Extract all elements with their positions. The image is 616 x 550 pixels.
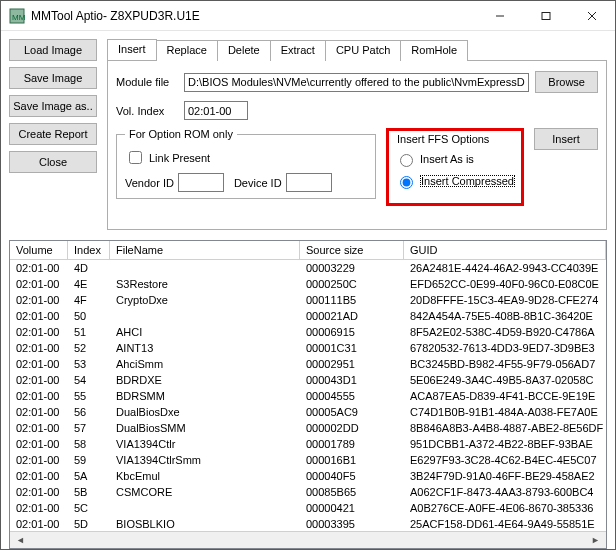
cell-filename: BDRDXE xyxy=(110,372,300,388)
cell-index: 51 xyxy=(68,324,110,340)
create-report-button[interactable]: Create Report xyxy=(9,123,97,145)
cell-volume: 02:01-00 xyxy=(10,452,68,468)
col-guid[interactable]: GUID xyxy=(404,241,606,259)
scroll-left-arrow[interactable]: ◄ xyxy=(12,535,29,545)
cell-guid: 8B846A8B3-A4B8-4887-ABE2-8E56DF xyxy=(404,420,606,436)
table-row[interactable]: 02:01-004ES3Restore0000250CEFD652CC-0E99… xyxy=(10,276,606,292)
table-row[interactable]: 02:01-0055BDRSMM00004555ACA87EA5-D839-4F… xyxy=(10,388,606,404)
load-image-button[interactable]: Load Image xyxy=(9,39,97,61)
table-row[interactable]: 02:01-0057DualBiosSMM000002DD8B846A8B3-A… xyxy=(10,420,606,436)
table-row[interactable]: 02:01-0059VIA1394CtlrSmm000016B1E6297F93… xyxy=(10,452,606,468)
cell-guid: BC3245BD-B982-4F55-9F79-056AD7 xyxy=(404,356,606,372)
col-filename[interactable]: FileName xyxy=(110,241,300,259)
cell-guid: E6297F93-3C28-4C62-B4EC-4E5C07 xyxy=(404,452,606,468)
scroll-right-arrow[interactable]: ► xyxy=(587,535,604,545)
cell-volume: 02:01-00 xyxy=(10,468,68,484)
tab-delete[interactable]: Delete xyxy=(218,40,271,61)
close-window-button[interactable] xyxy=(569,1,615,31)
cell-volume: 02:01-00 xyxy=(10,404,68,420)
horizontal-scrollbar[interactable]: ◄ ► xyxy=(10,531,606,548)
cell-volume: 02:01-00 xyxy=(10,260,68,276)
cell-guid: ACA87EA5-D839-4F41-BCCE-9E19E xyxy=(404,388,606,404)
cell-index: 53 xyxy=(68,356,110,372)
table-row[interactable]: 02:01-0053AhciSmm00002951BC3245BD-B982-4… xyxy=(10,356,606,372)
cell-filename: CSMCORE xyxy=(110,484,300,500)
cell-filename: BIOSBLKIO xyxy=(110,516,300,531)
cell-filename xyxy=(110,308,300,324)
cell-source-size: 000111B5 xyxy=(300,292,404,308)
window-title: MMTool Aptio- Z8XPUD3R.U1E xyxy=(31,9,200,23)
option-rom-group: For Option ROM only Link Present Vendor … xyxy=(116,128,376,199)
cell-filename: VIA1394CtlrSmm xyxy=(110,452,300,468)
table-row[interactable]: 02:01-004FCryptoDxe000111B520D8FFFE-15C3… xyxy=(10,292,606,308)
cell-source-size: 00001C31 xyxy=(300,340,404,356)
tab-replace[interactable]: Replace xyxy=(157,40,218,61)
cell-filename: CryptoDxe xyxy=(110,292,300,308)
cell-source-size: 00003229 xyxy=(300,260,404,276)
cell-guid: 20D8FFFE-15C3-4EA9-9D28-CFE274 xyxy=(404,292,606,308)
table-row[interactable]: 02:01-004D0000322926A2481E-4424-46A2-994… xyxy=(10,260,606,276)
cell-source-size: 00006915 xyxy=(300,324,404,340)
tab-insert[interactable]: Insert xyxy=(107,39,157,60)
vol-index-input[interactable] xyxy=(184,101,248,120)
svg-rect-3 xyxy=(542,12,550,19)
device-id-input[interactable] xyxy=(286,173,332,192)
browse-button[interactable]: Browse xyxy=(535,71,598,93)
tab-page-insert: Module file Browse Vol. Index For Option… xyxy=(107,60,607,230)
minimize-button[interactable] xyxy=(477,1,523,31)
col-source-size[interactable]: Source size xyxy=(300,241,404,259)
insert-as-is-radio[interactable] xyxy=(400,154,413,167)
tab-cpu-patch[interactable]: CPU Patch xyxy=(326,40,401,61)
tab-extract[interactable]: Extract xyxy=(271,40,326,61)
cell-filename: KbcEmul xyxy=(110,468,300,484)
table-row[interactable]: 02:01-005DBIOSBLKIO0000339525ACF158-DD61… xyxy=(10,516,606,531)
cell-index: 55 xyxy=(68,388,110,404)
insert-compressed-label: Insert Compressed xyxy=(420,175,515,187)
cell-guid: 842A454A-75E5-408B-8B1C-36420E xyxy=(404,308,606,324)
cell-guid: 67820532-7613-4DD3-9ED7-3D9BE3 xyxy=(404,340,606,356)
cell-filename: VIA1394Ctlr xyxy=(110,436,300,452)
table-row[interactable]: 02:01-005AKbcEmul000040F53B24F79D-91A0-4… xyxy=(10,468,606,484)
cell-guid: 25ACF158-DD61-4E64-9A49-55851E xyxy=(404,516,606,531)
cell-volume: 02:01-00 xyxy=(10,292,68,308)
cell-source-size: 000021AD xyxy=(300,308,404,324)
save-image-button[interactable]: Save Image xyxy=(9,67,97,89)
cell-source-size: 000043D1 xyxy=(300,372,404,388)
table-body[interactable]: 02:01-004D0000322926A2481E-4424-46A2-994… xyxy=(10,260,606,531)
insert-compressed-radio[interactable] xyxy=(400,176,413,189)
module-file-input[interactable] xyxy=(184,73,529,92)
table-row[interactable]: 02:01-0058VIA1394Ctlr00001789951DCBB1-A3… xyxy=(10,436,606,452)
table-row[interactable]: 02:01-0051AHCI000069158F5A2E02-538C-4D59… xyxy=(10,324,606,340)
cell-filename: BDRSMM xyxy=(110,388,300,404)
link-present-checkbox[interactable] xyxy=(129,151,142,164)
table-row[interactable]: 02:01-0050000021AD842A454A-75E5-408B-8B1… xyxy=(10,308,606,324)
col-index[interactable]: Index xyxy=(68,241,110,259)
window-controls xyxy=(477,1,615,31)
svg-text:MM: MM xyxy=(12,13,25,22)
cell-filename: DualBiosDxe xyxy=(110,404,300,420)
vendor-id-input[interactable] xyxy=(178,173,224,192)
table-row[interactable]: 02:01-0052AINT1300001C3167820532-7613-4D… xyxy=(10,340,606,356)
cell-index: 58 xyxy=(68,436,110,452)
cell-volume: 02:01-00 xyxy=(10,500,68,516)
cell-volume: 02:01-00 xyxy=(10,516,68,531)
table-row[interactable]: 02:01-0054BDRDXE000043D15E06E249-3A4C-49… xyxy=(10,372,606,388)
device-id-label: Device ID xyxy=(234,177,282,189)
save-image-as-button[interactable]: Save Image as.. xyxy=(9,95,97,117)
cell-volume: 02:01-00 xyxy=(10,372,68,388)
maximize-button[interactable] xyxy=(523,1,569,31)
tab-strip: Insert Replace Delete Extract CPU Patch … xyxy=(107,39,607,60)
col-volume[interactable]: Volume xyxy=(10,241,68,259)
insert-button[interactable]: Insert xyxy=(534,128,598,150)
close-button[interactable]: Close xyxy=(9,151,97,173)
app-icon: MM xyxy=(9,8,25,24)
table-row[interactable]: 02:01-005BCSMCORE00085B65A062CF1F-8473-4… xyxy=(10,484,606,500)
cell-guid: A062CF1F-8473-4AA3-8793-600BC4 xyxy=(404,484,606,500)
cell-volume: 02:01-00 xyxy=(10,356,68,372)
table-header: Volume Index FileName Source size GUID xyxy=(10,241,606,260)
cell-filename: DualBiosSMM xyxy=(110,420,300,436)
tab-romhole[interactable]: RomHole xyxy=(401,40,468,61)
table-row[interactable]: 02:01-005C00000421A0B276CE-A0FE-4E06-867… xyxy=(10,500,606,516)
option-rom-legend: For Option ROM only xyxy=(125,128,237,140)
table-row[interactable]: 02:01-0056DualBiosDxe00005AC9C74D1B0B-91… xyxy=(10,404,606,420)
